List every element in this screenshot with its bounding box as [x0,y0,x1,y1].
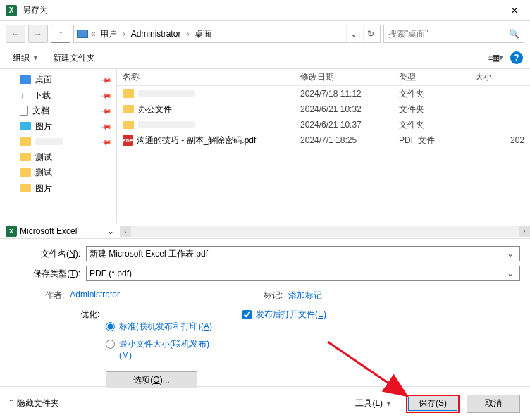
file-row[interactable]: 办公文件2024/6/21 10:32文件夹 [117,101,530,117]
organize-button[interactable]: 组织 ▼ [7,49,44,67]
file-type: 文件夹 [399,88,475,100]
sidebar-item-label: 测试 [35,152,52,163]
new-folder-button[interactable]: 新建文件夹 [47,49,101,67]
savetype-field[interactable]: ⌄ [86,266,520,281]
sidebar: 桌面📌↓下载📌文档📌图片📌📌测试测试图片 [0,69,116,223]
file-type: 文件夹 [399,119,475,131]
file-date: 2024/7/1 18:25 [300,135,399,145]
pin-icon: 📌 [101,74,112,85]
optimize-minimum-radio[interactable] [106,340,115,349]
chevron-up-icon: ˆ [10,399,13,409]
folder-icon [20,137,31,146]
column-header-type[interactable]: 类型 [399,71,475,83]
file-list[interactable]: 2024/7/18 11:12文件夹办公文件2024/6/21 10:32文件夹… [117,86,530,223]
filename-input[interactable] [90,249,504,259]
file-date: 2024/6/21 10:37 [300,120,399,130]
sidebar-item-label: 下载 [34,89,51,101]
file-size: 202 [475,135,530,145]
breadcrumb-segment[interactable]: Administrator [130,29,183,39]
sidebar-item-label: 图片 [35,183,52,194]
scroll-right-button[interactable]: › [519,226,530,237]
scroll-left-button[interactable]: ‹ [120,226,131,237]
savetype-label: 保存类型(T): [10,268,86,280]
folder-icon [20,184,31,192]
path-dropdown-button[interactable]: ⌄ [346,25,360,42]
sidebar-item-label: 图片 [35,121,52,132]
breadcrumb-bar[interactable]: « 用户 › Administrator › 桌面 ⌄ ↻ [73,25,381,43]
savetype-dropdown-button[interactable]: ⌄ [504,268,517,278]
savetype-input[interactable] [90,268,504,278]
nav-forward-button: → [28,25,48,43]
sidebar-item-label: 文档 [32,105,49,117]
file-list-header: 名称 修改日期 类型 大小 [117,69,530,86]
folder-icon [20,168,31,177]
sidebar-item-label: 测试 [35,167,52,179]
optimize-standard-radio[interactable] [106,322,115,331]
filename-dropdown-button[interactable]: ⌄ [504,249,517,259]
pin-icon: 📌 [101,121,112,132]
close-button[interactable]: ✕ [498,0,530,21]
save-button[interactable]: 保存(S) [406,395,460,413]
sidebar-item[interactable]: 文档📌 [0,103,116,118]
nav-back-button[interactable]: ← [6,25,25,43]
filename-field[interactable]: ⌄ [86,246,520,261]
search-box[interactable]: 🔍 [383,25,524,43]
excel-dropdown[interactable]: ⌄ [104,226,117,236]
refresh-button[interactable]: ↻ [363,25,377,42]
column-header-name[interactable]: 名称 [123,71,300,83]
nav-up-button[interactable]: ↑ [51,25,70,43]
help-button[interactable]: ? [510,51,523,64]
sidebar-item[interactable]: 桌面📌 [0,72,116,87]
pin-icon: 📌 [101,105,112,116]
excel-label: Microsoft Excel [20,226,104,236]
cancel-button[interactable]: 取消 [467,395,520,413]
search-icon[interactable]: 🔍 [509,29,519,39]
excel-icon: X [6,226,17,237]
breadcrumb-segment[interactable]: 用户 [99,28,118,40]
file-type: 文件夹 [399,104,475,116]
column-header-size[interactable]: 大小 [475,71,530,83]
file-date: 2024/6/21 10:32 [300,104,399,114]
sidebar-item[interactable]: 图片📌 [0,118,116,134]
column-header-date[interactable]: 修改日期 [300,71,399,83]
file-date: 2024/7/18 11:12 [300,89,399,99]
view-mode-button[interactable]: ≡▦ ▼ [485,49,507,66]
folder-icon [20,122,31,130]
optimize-label: 优化: [80,309,99,321]
sidebar-item[interactable]: 📌 [0,134,116,149]
sidebar-item[interactable]: ↓下载📌 [0,87,116,103]
open-after-label[interactable]: 发布后打开文件(E) [256,309,326,321]
file-row[interactable]: 2024/7/18 11:12文件夹 [117,86,530,101]
download-icon: ↓ [20,90,30,100]
pin-icon: 📌 [101,136,112,147]
file-type: PDF 文件 [399,135,475,147]
hide-folders-button[interactable]: ˆ 隐藏文件夹 [10,397,59,409]
pin-icon: 📌 [101,89,112,101]
breadcrumb-segment[interactable]: 桌面 [193,28,213,40]
optimize-minimum-label[interactable]: 最小文件大小(联机发布)(M) [119,338,218,360]
file-name: 沟通的技巧 - 副本_解除密码.pdf [137,135,256,147]
sidebar-item[interactable]: 测试 [0,149,116,165]
file-name: 办公文件 [138,104,172,116]
tags-label: 标记: [264,290,283,302]
pdf-icon: PDF [123,135,132,146]
file-row[interactable]: 2024/6/21 10:37文件夹 [117,117,530,132]
horizontal-scrollbar[interactable]: ‹ › [120,226,530,237]
sidebar-item-label: 桌面 [35,74,52,86]
author-value[interactable]: Administrator [70,290,120,302]
optimize-standard-label[interactable]: 标准(联机发布和打印)(A) [119,321,212,333]
filename-label: 文件名(N): [10,248,86,260]
folder-icon [20,106,28,116]
open-after-checkbox[interactable] [242,310,252,319]
tags-value[interactable]: 添加标记 [288,290,322,302]
folder-icon [123,89,134,98]
file-row[interactable]: PDF沟通的技巧 - 副本_解除密码.pdf2024/7/1 18:25PDF … [117,132,530,148]
search-input[interactable] [388,29,509,39]
dialog-title: 另存为 [23,4,498,16]
folder-icon [123,121,134,129]
folder-icon [20,153,31,161]
tools-button[interactable]: 工具(L) ▼ [355,397,392,409]
sidebar-item[interactable]: 测试 [0,165,116,180]
author-label: 作者: [45,290,64,302]
sidebar-item[interactable]: 图片 [0,180,116,196]
